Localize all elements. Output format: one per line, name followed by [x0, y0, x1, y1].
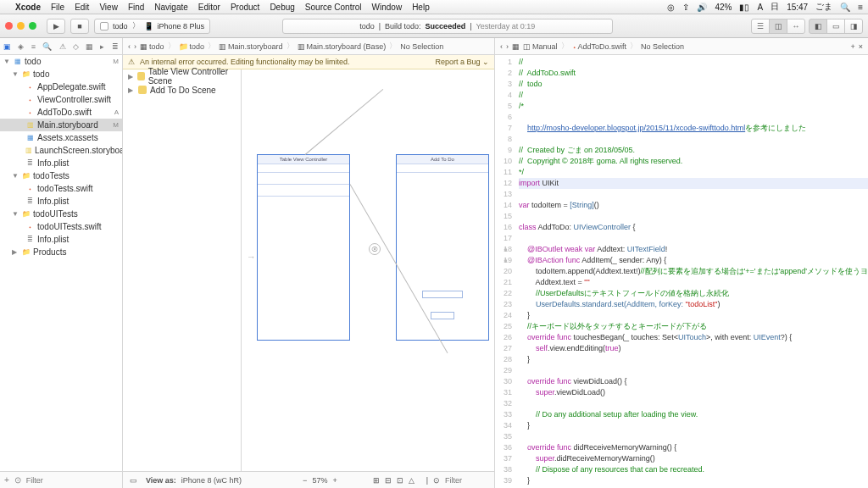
forward-icon[interactable]: › [134, 42, 136, 51]
menu-scm[interactable]: Source Control [305, 3, 362, 12]
ib-filter-input[interactable] [445, 476, 487, 485]
project-navigator-tab[interactable]: ▣ [3, 42, 11, 51]
find-navigator-tab[interactable]: 🔍 [42, 42, 52, 51]
battery-icon[interactable]: ▮▯ [739, 3, 749, 12]
notifications-icon[interactable]: ≡ [858, 3, 863, 12]
tree-item[interactable]: ≣Info.plist [0, 233, 122, 246]
jump-crumb[interactable]: No Selection [400, 42, 443, 51]
menu-help[interactable]: Help [412, 3, 430, 12]
debug-navigator-tab[interactable]: ▦ [86, 42, 93, 51]
tree-group-todo[interactable]: ▼📁 todo [0, 68, 122, 80]
test-navigator-tab[interactable]: ◇ [73, 42, 79, 51]
date-day[interactable]: 日 [771, 1, 779, 13]
menu-edit[interactable]: Edit [75, 3, 89, 12]
scheme-selector[interactable]: todo 〉 📱 iPhone 8 Plus [94, 19, 210, 34]
ib-canvas[interactable]: → Table View Controller Add To Do [242, 69, 494, 471]
toggle-navigator-button[interactable]: ◧ [809, 19, 827, 34]
breakpoint-navigator-tab[interactable]: ▸ [100, 42, 104, 51]
toggle-inspector-button[interactable]: ◨ [844, 19, 863, 34]
menu-debug[interactable]: Debug [270, 3, 294, 12]
version-editor-button[interactable]: ↔ [787, 19, 805, 34]
tree-item[interactable]: ▥LaunchScreen.storyboard [0, 144, 122, 157]
jump-crumb[interactable]: 📁 todo [179, 42, 205, 51]
navigator-filter-input[interactable] [26, 476, 121, 485]
source-editor[interactable]: 1234567891011121314151617181920212223242… [495, 55, 868, 488]
menu-editor[interactable]: Editor [198, 3, 220, 12]
menu-view[interactable]: View [99, 3, 118, 12]
stop-button[interactable]: ■ [70, 19, 89, 34]
outline-item[interactable]: ▶Table View Controller Scene [123, 69, 241, 83]
jump-crumb[interactable]: ◫ Manual [523, 42, 558, 51]
jump-crumb[interactable]: ▥ Main.storyboard (Base) [298, 42, 387, 51]
close-assistant-icon[interactable]: × [859, 42, 863, 51]
menu-file[interactable]: File [51, 3, 64, 12]
segue-line[interactable] [305, 89, 384, 155]
ib-jumpbar: ‹ › ▦ todo〉 📁 todo〉 ▥ Main.storyboard〉 ▥… [123, 38, 494, 55]
outline-toggle-icon[interactable]: ▭ [130, 476, 137, 485]
minimize-window-icon[interactable] [17, 22, 25, 30]
forward-icon[interactable]: › [506, 42, 509, 51]
scene-icon [138, 86, 147, 94]
back-icon[interactable]: ‹ [128, 42, 131, 51]
jump-crumb[interactable]: No Selection [641, 42, 684, 51]
app-menu[interactable]: Xcode [15, 3, 41, 12]
tree-group-products[interactable]: ▶📁Products [0, 246, 122, 258]
tree-item[interactable]: ⬩AddToDo.swiftA [0, 106, 122, 119]
menu-navigate[interactable]: Navigate [154, 3, 187, 12]
menu-window[interactable]: Window [372, 3, 403, 12]
tree-item[interactable]: ▦Assets.xcassets [0, 131, 122, 144]
status-time: Yesterday at 0:19 [476, 22, 535, 30]
view-as-selector[interactable]: View as: iPhone 8 (wC hR) [146, 476, 242, 485]
back-icon[interactable]: ‹ [500, 42, 503, 51]
related-icon[interactable]: ▦ [512, 42, 520, 51]
wifi-icon[interactable]: ⇪ [682, 3, 689, 12]
jump-crumb[interactable]: ⬩ AddToDo.swift [572, 42, 627, 51]
user-name[interactable]: ごま [815, 1, 832, 13]
status-icon[interactable]: ◎ [667, 3, 675, 12]
assistant-editor-button[interactable]: ◫ [769, 19, 787, 34]
standard-editor-button[interactable]: ☰ [751, 19, 770, 34]
scm-navigator-tab[interactable]: ◈ [18, 42, 24, 51]
zoom-in-button[interactable]: + [332, 476, 337, 485]
menu-product[interactable]: Product [231, 3, 259, 12]
pin-icon[interactable]: ⊡ [397, 476, 403, 485]
menu-find[interactable]: Find [128, 3, 144, 12]
constraints-icon[interactable]: ⊞ [373, 476, 380, 485]
run-button[interactable]: ▶ [47, 19, 65, 34]
scene-tableview[interactable]: Table View Controller [257, 154, 350, 341]
toggle-debug-button[interactable]: ▭ [826, 19, 845, 34]
report-bug-link[interactable]: Report a Bug ⌄ [435, 58, 489, 66]
clock[interactable]: 15:47 [787, 3, 808, 12]
add-target-icon[interactable]: + [4, 475, 9, 485]
tree-item[interactable]: ⬩ViewController.swift [0, 93, 122, 106]
tree-group-todouitests[interactable]: ▼📁todoUITests [0, 208, 122, 220]
tree-item[interactable]: ≣Info.plist [0, 157, 122, 169]
tree-item-selected[interactable]: ▥Main.storyboardM [0, 119, 122, 131]
segue-icon[interactable]: ⦿ [369, 243, 381, 255]
jump-crumb[interactable]: ▥ Main.storyboard [219, 42, 283, 51]
source-text[interactable]: //// AddToDo.swift// todo///* http://mos… [515, 55, 868, 488]
volume-icon[interactable]: 🔊 [697, 3, 707, 12]
ime-indicator[interactable]: A [757, 3, 763, 12]
tree-group-todotests[interactable]: ▼📁todoTests [0, 169, 122, 182]
add-assistant-icon[interactable]: + [850, 42, 854, 51]
jump-crumb[interactable]: ▦ todo [140, 42, 164, 51]
resolve-icon[interactable]: △ [409, 476, 415, 485]
align-icon[interactable]: ⊟ [385, 476, 392, 485]
zoom-out-button[interactable]: − [303, 476, 307, 485]
symbol-navigator-tab[interactable]: ≡ [31, 42, 36, 51]
device-icon: 📱 [144, 22, 153, 30]
tree-item[interactable]: ⬩todoTests.swift [0, 182, 122, 195]
scene-addtodo[interactable]: Add To Do [396, 154, 489, 341]
tree-item[interactable]: ≣Info.plist [0, 195, 122, 208]
close-window-icon[interactable] [5, 22, 13, 30]
issue-navigator-tab[interactable]: ⚠ [59, 42, 66, 51]
tree-item[interactable]: ⬩todoUITests.swift [0, 220, 122, 233]
tree-project-root[interactable]: ▼▦ todo M [0, 55, 122, 68]
warning-icon: ⚠ [128, 58, 135, 66]
tree-item[interactable]: ⬩AppDelegate.swift [0, 80, 122, 93]
spotlight-icon[interactable]: 🔍 [840, 3, 850, 12]
battery-pct[interactable]: 42% [715, 3, 732, 12]
zoom-window-icon[interactable] [29, 22, 36, 30]
report-navigator-tab[interactable]: ≣ [112, 42, 119, 51]
